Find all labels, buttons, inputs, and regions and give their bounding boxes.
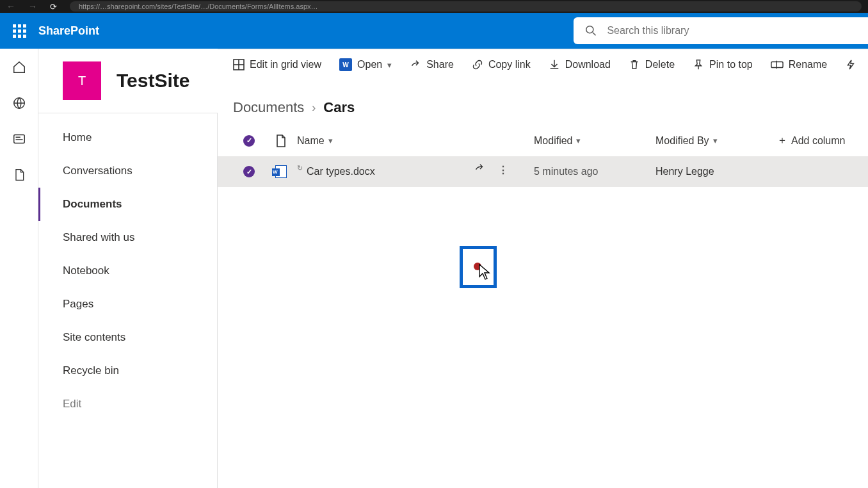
cmd-share-label: Share bbox=[426, 59, 454, 70]
chevron-right-icon: › bbox=[312, 101, 316, 115]
nav-home[interactable]: Home bbox=[38, 121, 217, 154]
cmd-rename[interactable]: Rename bbox=[771, 59, 827, 70]
sync-indicator-icon: ↻ bbox=[297, 164, 303, 172]
nav-shared-with-us[interactable]: Shared with us bbox=[38, 221, 217, 254]
row-actions: ⋮ bbox=[474, 163, 509, 177]
file-modified-by[interactable]: Henry Legge bbox=[655, 166, 714, 177]
col-modified[interactable]: Modified ▾ bbox=[534, 135, 655, 147]
word-app-icon: W bbox=[339, 58, 352, 71]
col-name[interactable]: Name ▾ bbox=[297, 135, 534, 147]
svg-line-1 bbox=[593, 33, 596, 36]
search-icon bbox=[585, 24, 597, 37]
nav-notebook[interactable]: Notebook bbox=[38, 254, 217, 288]
cmd-open[interactable]: W Open ▾ bbox=[339, 58, 392, 71]
cmd-overflow[interactable] bbox=[845, 59, 856, 70]
refresh-icon[interactable]: ⟳ bbox=[50, 2, 57, 12]
record-indicator-icon bbox=[474, 263, 481, 270]
file-name[interactable]: Car types.docx bbox=[307, 166, 375, 177]
browser-chrome: ← → ⟳ https://…sharepoint.com/sites/Test… bbox=[0, 0, 868, 13]
suite-header: SharePoint bbox=[0, 13, 868, 49]
cmd-delete-label: Delete bbox=[645, 59, 675, 70]
cmd-edit-grid[interactable]: Edit in grid view bbox=[233, 59, 321, 70]
trash-icon bbox=[629, 59, 640, 70]
col-name-label: Name bbox=[297, 135, 325, 147]
row-selected-icon[interactable] bbox=[243, 166, 255, 177]
cmd-rename-label: Rename bbox=[789, 59, 827, 70]
automate-icon bbox=[845, 59, 856, 70]
chevron-down-icon: ▾ bbox=[387, 60, 392, 70]
word-file-icon bbox=[275, 165, 287, 178]
col-modified-by[interactable]: Modified By ▾ bbox=[655, 135, 777, 147]
row-more-icon[interactable]: ⋮ bbox=[498, 164, 509, 176]
back-icon[interactable]: ← bbox=[6, 1, 15, 12]
search-input[interactable] bbox=[607, 25, 856, 37]
select-all[interactable] bbox=[233, 135, 265, 147]
file-modified: 5 minutes ago bbox=[534, 166, 599, 177]
url-bar[interactable]: https://…sharepoint.com/sites/TestSite/…… bbox=[70, 1, 862, 12]
nav-recycle-bin[interactable]: Recycle bin bbox=[38, 354, 217, 387]
row-share-icon[interactable] bbox=[474, 163, 485, 177]
nav-site-contents[interactable]: Site contents bbox=[38, 321, 217, 354]
news-icon[interactable] bbox=[12, 132, 26, 146]
home-icon[interactable] bbox=[12, 60, 26, 74]
app-launcher-button[interactable] bbox=[0, 13, 38, 49]
nav-conversations[interactable]: Conversations bbox=[38, 154, 217, 188]
col-modified-by-label: Modified By bbox=[655, 135, 709, 147]
breadcrumb: Documents › Cars bbox=[218, 80, 868, 125]
share-icon bbox=[410, 59, 421, 70]
cmd-share[interactable]: Share bbox=[410, 59, 454, 70]
svg-point-0 bbox=[586, 26, 593, 33]
globe-icon[interactable] bbox=[12, 96, 26, 110]
site-logo[interactable]: T bbox=[63, 61, 101, 100]
svg-rect-9 bbox=[771, 61, 783, 67]
command-bar: Edit in grid view W Open ▾ Share Copy li… bbox=[218, 49, 868, 80]
cmd-open-label: Open bbox=[357, 59, 382, 70]
site-nav-column: T TestSite Home Conversations Documents … bbox=[38, 49, 218, 488]
nav-edit-link[interactable]: Edit bbox=[38, 387, 217, 421]
checkmark-icon bbox=[243, 135, 255, 147]
grid-icon bbox=[233, 59, 245, 70]
nav-pages[interactable]: Pages bbox=[38, 288, 217, 321]
nav-documents[interactable]: Documents bbox=[38, 188, 217, 221]
cmd-pin-label: Pin to top bbox=[709, 59, 753, 70]
forward-icon: → bbox=[28, 1, 37, 12]
site-title[interactable]: TestSite bbox=[117, 70, 189, 92]
col-type[interactable] bbox=[265, 134, 297, 147]
table-row[interactable]: ↻ Car types.docx 5 minutes ago Henry Leg… bbox=[218, 156, 868, 187]
main-content: Edit in grid view W Open ▾ Share Copy li… bbox=[218, 49, 868, 488]
pin-icon bbox=[693, 59, 704, 70]
file-icon bbox=[276, 134, 286, 147]
cmd-copy-link-label: Copy link bbox=[488, 59, 531, 70]
col-add-label: Add column bbox=[791, 135, 846, 147]
col-modified-label: Modified bbox=[534, 135, 572, 147]
suite-title[interactable]: SharePoint bbox=[38, 24, 99, 38]
col-add[interactable]: ＋ Add column bbox=[777, 134, 868, 147]
download-icon bbox=[549, 59, 560, 70]
chevron-down-icon: ▾ bbox=[328, 136, 333, 145]
chevron-down-icon: ▾ bbox=[713, 136, 718, 145]
waffle-icon bbox=[13, 24, 26, 38]
cmd-download-label: Download bbox=[565, 59, 611, 70]
cmd-pin[interactable]: Pin to top bbox=[693, 59, 753, 70]
breadcrumb-current: Cars bbox=[323, 99, 355, 116]
cmd-download[interactable]: Download bbox=[549, 59, 611, 70]
rename-icon bbox=[771, 60, 784, 70]
files-icon[interactable] bbox=[12, 168, 26, 182]
plus-icon: ＋ bbox=[777, 134, 787, 147]
svg-rect-3 bbox=[13, 135, 24, 143]
chevron-down-icon: ▾ bbox=[576, 136, 581, 145]
cmd-copy-link[interactable]: Copy link bbox=[472, 59, 531, 70]
cmd-delete[interactable]: Delete bbox=[629, 59, 675, 70]
search-box[interactable] bbox=[574, 17, 868, 44]
link-icon bbox=[472, 59, 483, 70]
table-header: Name ▾ Modified ▾ Modified By ▾ ＋ Add co… bbox=[218, 125, 868, 156]
global-rail bbox=[0, 49, 38, 488]
cmd-edit-grid-label: Edit in grid view bbox=[250, 59, 321, 70]
site-header: T TestSite bbox=[38, 49, 218, 113]
breadcrumb-root[interactable]: Documents bbox=[233, 99, 304, 116]
site-nav: Home Conversations Documents Shared with… bbox=[38, 113, 218, 488]
